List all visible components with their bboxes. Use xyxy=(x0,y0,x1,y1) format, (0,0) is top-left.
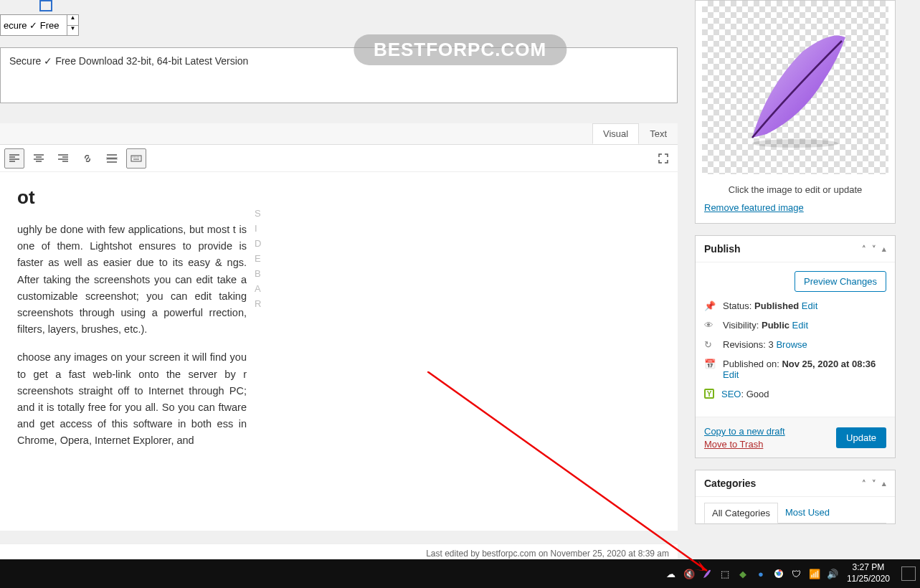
align-left-button[interactable] xyxy=(4,148,24,169)
sidebar-letter: A xyxy=(255,283,261,294)
keyboard-button[interactable] xyxy=(126,148,146,169)
content-heading: ot xyxy=(17,186,660,209)
content-paragraph-1: ughly be done with few applications, but… xyxy=(17,222,247,338)
sidebar-letter: B xyxy=(255,268,261,279)
system-tray: ☁ 🔇 ⬚ ◆ ● 🛡 📶 🔊 xyxy=(665,568,838,579)
remove-featured-link[interactable]: Remove featured image xyxy=(696,202,895,223)
edit-status-link[interactable]: Edit xyxy=(802,300,817,311)
move-trash-link[interactable]: Move to Trash xyxy=(704,439,763,450)
browse-revisions-link[interactable]: Browse xyxy=(776,339,807,350)
published-label: Published on: xyxy=(723,359,779,369)
clock-date: 11/25/2020 xyxy=(847,574,890,585)
wifi-icon[interactable]: 📶 xyxy=(809,568,820,579)
copy-draft-link[interactable]: Copy to a new draft xyxy=(704,426,785,437)
sidebar-letter: S xyxy=(255,208,261,219)
panel-down-icon[interactable]: ˅ xyxy=(872,479,876,488)
published-value: Nov 25, 2020 at 08:36 xyxy=(782,359,876,369)
taskbar-clock[interactable]: 3:27 PM 11/25/2020 xyxy=(843,562,894,584)
clock-time: 3:27 PM xyxy=(847,562,890,574)
seo-badge-icon: Y xyxy=(704,389,714,399)
tab-most-used[interactable]: Most Used xyxy=(778,503,837,523)
categories-title: Categories xyxy=(704,478,756,489)
sidebar-label: S I D E B A R xyxy=(255,208,261,309)
editor-toolbar xyxy=(0,145,678,172)
onedrive-icon[interactable]: ☁ xyxy=(665,568,677,579)
publish-header: Publish ˄ ˅ ▴ xyxy=(696,236,895,262)
status-value: Published xyxy=(754,300,799,311)
categories-header: Categories ˄ ˅ ▴ xyxy=(696,470,895,497)
visibility-value: Public xyxy=(762,320,789,331)
watermark-badge: BESTFORPC.COM xyxy=(354,34,566,65)
numeric-input[interactable]: ecure ✓ Free ▲ ▼ xyxy=(0,14,79,36)
revisions-label: Revisions: xyxy=(723,339,766,350)
svg-rect-0 xyxy=(106,157,118,160)
panel-up-icon[interactable]: ˄ xyxy=(862,479,866,488)
seo-link[interactable]: SEO xyxy=(721,389,741,399)
sidebar-letter: E xyxy=(255,253,261,264)
featured-image-panel: Click the image to edit or update Remove… xyxy=(695,0,896,224)
chrome-icon[interactable] xyxy=(773,568,784,579)
sidebar-letter: D xyxy=(255,238,261,249)
notification-center-icon[interactable] xyxy=(901,566,916,581)
publish-panel: Publish ˄ ˅ ▴ Preview Changes 📌 Status: … xyxy=(695,235,896,458)
seo-value: Good xyxy=(746,389,769,399)
small-blue-box xyxy=(39,0,52,11)
edit-visibility-link[interactable]: Edit xyxy=(792,320,808,331)
sidebar-letter: I xyxy=(255,223,261,234)
tab-visual[interactable]: Visual xyxy=(592,123,639,144)
preview-changes-button[interactable]: Preview Changes xyxy=(795,271,886,292)
status-label: Status: xyxy=(723,300,751,311)
panel-toggle-icon[interactable]: ▴ xyxy=(882,479,886,488)
volume-mute-icon[interactable]: 🔇 xyxy=(683,568,695,579)
panel-toggle-icon[interactable]: ▴ xyxy=(882,245,886,254)
feather-icon xyxy=(724,16,867,159)
history-icon: ↻ xyxy=(704,339,716,350)
app-icon-1[interactable]: ◆ xyxy=(737,568,749,579)
sidebar-letter: R xyxy=(255,298,261,309)
panel-down-icon[interactable]: ˅ xyxy=(872,245,876,254)
spinner-control[interactable]: ▲ ▼ xyxy=(67,15,78,35)
editor-tab-bar: Visual Text xyxy=(0,123,678,145)
dropbox-icon[interactable]: ⬚ xyxy=(719,568,731,579)
editor-content[interactable]: ot ughly be done with few applications, … xyxy=(0,172,678,531)
link-button[interactable] xyxy=(77,148,98,169)
visibility-label: Visibility: xyxy=(723,320,759,331)
tab-text[interactable]: Text xyxy=(639,123,678,144)
svg-point-2 xyxy=(752,139,838,148)
update-button[interactable]: Update xyxy=(836,427,886,448)
fullscreen-button[interactable] xyxy=(653,148,673,169)
calendar-icon: 📅 xyxy=(704,359,716,369)
panel-up-icon[interactable]: ˄ xyxy=(862,245,866,254)
content-paragraph-2: choose any images on your screen it will… xyxy=(17,349,247,449)
description-textarea[interactable]: Secure ✓ Free Download 32-bit, 64-bit La… xyxy=(0,47,678,103)
windows-taskbar: ☁ 🔇 ⬚ ◆ ● 🛡 📶 🔊 3:27 PM 11/25/2020 xyxy=(0,559,920,588)
description-text: Secure ✓ Free Download 32-bit, 64-bit La… xyxy=(9,55,248,67)
publish-title: Publish xyxy=(704,243,741,255)
input-text: ecure ✓ Free xyxy=(4,20,59,31)
featured-caption: Click the image to edit or update xyxy=(696,174,895,202)
speaker-icon[interactable]: 🔊 xyxy=(827,568,838,579)
align-center-button[interactable] xyxy=(29,148,49,169)
align-right-button[interactable] xyxy=(53,148,73,169)
featured-image[interactable] xyxy=(702,1,888,174)
tab-all-categories[interactable]: All Categories xyxy=(704,503,778,523)
lightshot-tray-icon[interactable] xyxy=(701,568,713,579)
insert-more-button[interactable] xyxy=(102,148,122,169)
pin-icon: 📌 xyxy=(704,300,716,311)
revisions-value: 3 xyxy=(769,339,774,350)
app-icon-2[interactable]: ● xyxy=(755,568,767,579)
categories-panel: Categories ˄ ˅ ▴ All Categories Most Use… xyxy=(695,470,896,524)
edit-date-link[interactable]: Edit xyxy=(723,369,739,380)
security-icon[interactable]: 🛡 xyxy=(791,568,802,579)
spinner-up-icon[interactable]: ▲ xyxy=(67,15,78,26)
svg-rect-1 xyxy=(131,156,141,161)
spinner-down-icon[interactable]: ▼ xyxy=(67,26,78,36)
eye-icon: 👁 xyxy=(704,320,716,331)
